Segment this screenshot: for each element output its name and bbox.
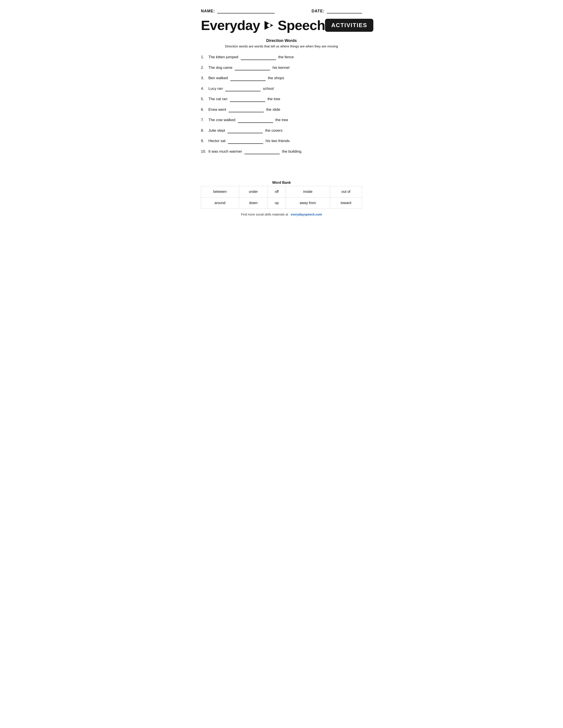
word-bank-cell: off (268, 186, 286, 197)
word-bank-cell: around (201, 197, 239, 209)
svg-point-1 (267, 24, 271, 27)
word-bank-cell: up (268, 197, 286, 209)
question-item: 8.Julie slept the covers (201, 128, 362, 133)
word-bank-cell: toward (330, 197, 362, 209)
logo-part1: Everyday (201, 17, 260, 33)
date-section: DATE: (312, 9, 362, 13)
question-text: Enea went the slide (208, 107, 280, 113)
question-blank[interactable] (227, 133, 263, 133)
question-text: Lucy ran school (208, 86, 274, 92)
logo-part2: Speech (278, 17, 325, 33)
question-number: 3. (201, 76, 207, 80)
question-number: 7. (201, 118, 207, 122)
questions-section: 1.The kitten jumped the fence2.The dog c… (201, 54, 362, 154)
question-blank[interactable] (238, 122, 273, 123)
question-blank[interactable] (225, 91, 260, 91)
activities-badge: ACTIVITIES (325, 19, 373, 32)
worksheet-subtitle: Direction words are words that tell us w… (201, 44, 362, 48)
question-item: 9.Hector sat his two friends. (201, 138, 362, 144)
question-text: The cow walked the tree (208, 117, 288, 123)
footer-link[interactable]: everydayspeech.com (291, 213, 322, 216)
question-number: 9. (201, 139, 207, 143)
word-bank-cell: inside (286, 186, 330, 197)
question-blank[interactable] (244, 154, 280, 154)
logo: Everyday Speech (201, 17, 325, 33)
question-text: The cat ran the tree (208, 96, 280, 102)
question-text: Hector sat his two friends. (208, 138, 291, 144)
question-item: 4.Lucy ran school (201, 86, 362, 92)
name-date-row: NAME: DATE: (201, 9, 362, 13)
question-number: 8. (201, 128, 207, 133)
name-input-line[interactable] (217, 9, 274, 13)
footer: Find more social skills materials at eve… (201, 213, 362, 216)
question-item: 7.The cow walked the tree (201, 117, 362, 123)
logo-row: Everyday Speech ACTIVITIES (201, 17, 362, 33)
question-number: 6. (201, 107, 207, 112)
question-number: 4. (201, 86, 207, 91)
word-bank-row: arounddownupaway fromtoward (201, 197, 362, 209)
word-bank-title: Word Bank (201, 181, 362, 185)
word-bank-cell: down (239, 197, 267, 209)
question-item: 3.Ben walked the shops (201, 75, 362, 81)
date-label: DATE: (312, 9, 325, 13)
question-text: Julie slept the covers (208, 128, 283, 133)
question-item: 5.The cat ran the tree (201, 96, 362, 102)
word-bank-table: betweenunderoffinsideout ofarounddownupa… (201, 186, 362, 209)
question-item: 2.The dog came his kennel (201, 65, 362, 71)
question-item: 10.It was much warmer the building. (201, 149, 362, 154)
word-bank-cell: out of (330, 186, 362, 197)
question-blank[interactable] (230, 81, 265, 81)
footer-text: Find more social skills materials at (241, 213, 288, 216)
question-number: 2. (201, 66, 207, 70)
logo-arrow-icon (263, 20, 274, 31)
question-text: The dog came his kennel (208, 65, 290, 71)
question-number: 10. (201, 149, 207, 154)
question-blank[interactable] (228, 143, 263, 144)
word-bank-cell: away from (286, 197, 330, 209)
question-text: Ben walked the shops (208, 75, 284, 81)
word-bank-section: Word Bank betweenunderoffinsideout ofaro… (201, 181, 362, 209)
word-bank-cell: between (201, 186, 239, 197)
question-number: 1. (201, 55, 207, 59)
word-bank-row: betweenunderoffinsideout of (201, 186, 362, 197)
question-item: 6.Enea went the slide (201, 107, 362, 113)
question-blank[interactable] (230, 101, 265, 102)
question-blank[interactable] (228, 112, 264, 112)
spacer (201, 161, 362, 178)
name-label: NAME: (201, 9, 215, 13)
worksheet-title: Direction Words (201, 38, 362, 43)
question-blank[interactable] (241, 60, 276, 60)
question-text: The kitten jumped the fence (208, 54, 294, 60)
question-number: 5. (201, 97, 207, 101)
name-section: NAME: (201, 9, 274, 13)
question-item: 1.The kitten jumped the fence (201, 54, 362, 60)
date-input-line[interactable] (327, 9, 362, 13)
question-blank[interactable] (235, 70, 270, 70)
question-text: It was much warmer the building. (208, 149, 302, 154)
word-bank-cell: under (239, 186, 267, 197)
